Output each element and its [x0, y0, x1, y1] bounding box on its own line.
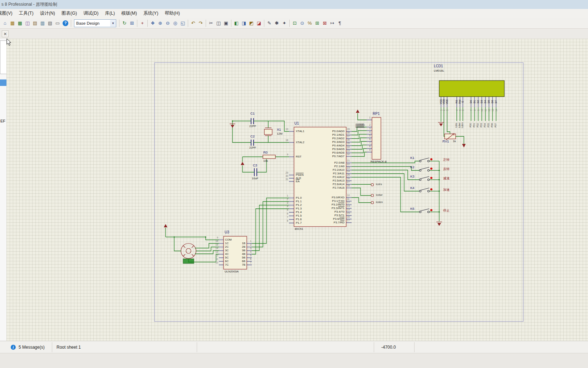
design-explorer-icon[interactable]: ▤: [31, 20, 39, 27]
pin-number: 5: [250, 254, 251, 257]
library-manager-icon[interactable]: ✦: [281, 20, 288, 27]
schematic-text: 22PF: [249, 125, 256, 128]
origin-icon[interactable]: +: [139, 20, 146, 27]
pin-number: 5: [363, 134, 371, 137]
pin-number: 29: [281, 171, 288, 174]
pin-number: 16: [211, 240, 218, 242]
pin-name: XTAL1: [296, 130, 304, 133]
ruler-icon[interactable]: ▭: [54, 20, 61, 27]
pin-name: P1.6: [296, 218, 302, 221]
zoom-all-icon[interactable]: ◎: [172, 20, 179, 27]
close-icon[interactable]: ✕: [2, 30, 9, 37]
grid-icon[interactable]: ⊞: [128, 20, 136, 27]
pick-device-icon[interactable]: ✎: [266, 20, 273, 27]
pin-name: P2.0/A8: [312, 161, 344, 164]
pin-number: 37: [347, 135, 350, 137]
selected-list-item[interactable]: [0, 79, 6, 86]
menu-item-1[interactable]: 工具(T): [16, 9, 37, 18]
schematic-text: 22PF: [249, 146, 256, 149]
help-icon[interactable]: ?: [63, 20, 68, 26]
tab-bar: ✕: [0, 29, 588, 39]
gerber-viewer-icon[interactable]: ◫: [24, 20, 31, 27]
window-titlebar[interactable]: s 8 Professional - 原理图绘制: [0, 0, 588, 9]
pin-number: 33: [347, 149, 350, 152]
paste-icon[interactable]: ▣: [222, 20, 230, 27]
redraw-icon[interactable]: ↻: [121, 20, 128, 27]
exchange-icon[interactable]: %: [306, 20, 313, 27]
net-terminal-label: lcdwr: [376, 194, 383, 197]
pin-name: RW: [459, 100, 461, 104]
find-icon[interactable]: ⊙: [299, 20, 306, 27]
menu-item-3[interactable]: 图表(G): [58, 9, 80, 18]
pin-name: P1.7: [296, 222, 302, 224]
menu-item-0[interactable]: 视图(V): [0, 9, 16, 18]
menu-item-5[interactable]: 库(L): [102, 9, 118, 18]
pin-number: 4: [281, 205, 288, 208]
template-icon[interactable]: ⊡: [291, 20, 298, 27]
pin-name: P1.2: [296, 204, 302, 207]
simulation-log-icon[interactable]: ▧: [46, 20, 54, 27]
pin-number: 6: [363, 138, 371, 140]
pin-name: P2.5/A13: [312, 179, 344, 182]
menu-item-8[interactable]: 帮助(H): [162, 9, 183, 18]
pin-name: P3.6/WR: [312, 218, 344, 221]
pin-name: P1.4: [296, 211, 302, 214]
goto-sheet-icon[interactable]: ↦: [329, 20, 336, 27]
pin-name: D1: [473, 100, 476, 103]
pin-number: 27: [347, 181, 350, 183]
zoom-in-icon[interactable]: ⊕: [157, 20, 164, 27]
pin-number: 24: [347, 170, 350, 173]
mouse-cursor: [6, 39, 12, 47]
remove-sheet-icon[interactable]: ⊠: [321, 20, 328, 27]
menu-item-2[interactable]: 设计(N): [37, 9, 58, 18]
info-icon[interactable]: i: [11, 345, 16, 350]
block-delete-icon[interactable]: ◪: [255, 20, 263, 27]
design-scheme-select[interactable]: Base Design▾: [74, 19, 116, 27]
bom-icon[interactable]: ▥: [39, 20, 46, 27]
pin-number: 39: [347, 128, 350, 130]
cut-icon[interactable]: ✂: [207, 20, 215, 27]
schematic-capture-icon[interactable]: ▦: [9, 20, 16, 27]
pin-name: ALE: [296, 177, 301, 180]
zoom-area-icon[interactable]: ◱: [179, 20, 186, 27]
zoom-out-icon[interactable]: ⊖: [164, 20, 171, 27]
redo-icon[interactable]: ↷: [197, 20, 204, 27]
copy-icon[interactable]: ◫: [215, 20, 222, 27]
pin-name: P3.4/T0: [312, 210, 344, 213]
pin-number: 3: [446, 110, 449, 111]
status-sheet-name: Root sheet 1: [57, 345, 81, 350]
part-ref-k3: K3: [410, 175, 415, 178]
notes-icon[interactable]: ¶: [336, 20, 343, 27]
make-device-icon[interactable]: ✱: [273, 20, 280, 27]
status-messages[interactable]: 5 Message(s): [19, 345, 45, 350]
menu-item-6[interactable]: 模版(M): [118, 9, 140, 18]
part-ref-c3: C3: [253, 164, 257, 167]
overview-pane-fragment: [0, 40, 7, 74]
pin-number: 12: [488, 109, 491, 111]
pin-name: D7: [495, 100, 497, 103]
pin-number: 8: [281, 219, 288, 222]
menu-item-4[interactable]: 调试(D): [80, 9, 102, 18]
home-icon[interactable]: ⌂: [1, 20, 9, 27]
pin-number: 30: [281, 175, 288, 177]
pcb-layout-icon[interactable]: ▩: [16, 20, 24, 27]
pin-number: 6: [462, 110, 465, 111]
pan-icon[interactable]: ❖: [149, 20, 156, 27]
pin-number: 4: [363, 131, 371, 133]
status-separator: [197, 342, 197, 352]
part-ref-rp1: RP1: [373, 112, 379, 116]
toolbar-separator: [231, 20, 231, 27]
pin-number: 8: [363, 145, 371, 147]
undo-icon[interactable]: ↶: [190, 20, 197, 27]
block-move-icon[interactable]: ◨: [240, 20, 248, 27]
new-sheet-icon[interactable]: ⊞: [314, 20, 321, 27]
schematic-canvas[interactable]: C122PFC222PFX112MR010kC310uFU180C51U3ULN…: [6, 39, 588, 341]
menu-item-7[interactable]: 系统(Y): [140, 9, 162, 18]
pin-name: P3.5/T1: [312, 214, 344, 217]
block-copy-icon[interactable]: ◧: [233, 20, 240, 27]
pin-number: 34: [347, 146, 350, 148]
key-function-label: 减速: [443, 177, 450, 180]
status-bar: i 5 Message(s) Root sheet 1 -4700.0: [0, 341, 588, 353]
schematic-labels: C122PFC222PFX112MR010kC310uFU180C51U3ULN…: [6, 39, 588, 341]
block-rotate-icon[interactable]: ◩: [248, 20, 255, 27]
